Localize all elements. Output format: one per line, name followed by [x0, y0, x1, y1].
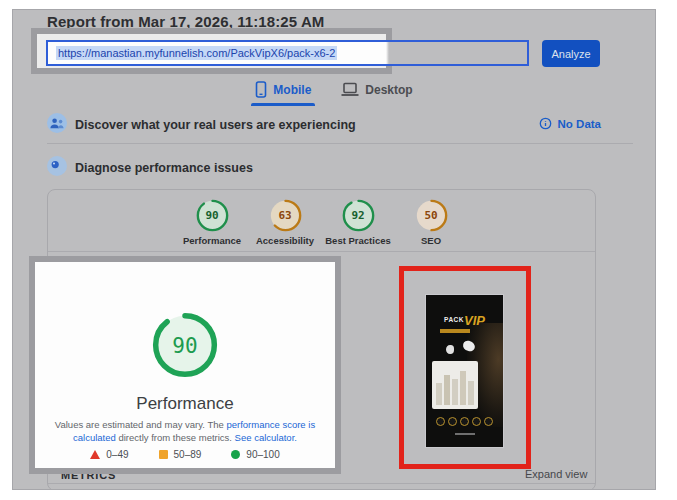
- device-tabs: Mobile Desktop: [13, 81, 655, 106]
- performance-big-score: 90: [152, 334, 218, 358]
- desktop-laptop-icon: [341, 82, 359, 97]
- annotation-highlight-performance-panel: 90 Performance Values are estimated and …: [29, 256, 341, 474]
- performance-score-label: Performance: [176, 235, 249, 246]
- info-icon: [539, 117, 552, 130]
- no-data-status[interactable]: No Data: [539, 117, 601, 130]
- card-bottom-divider: [48, 483, 595, 484]
- orange-square-icon: [159, 450, 168, 459]
- section-divider: [47, 143, 633, 144]
- score-seo[interactable]: 50 SEO: [395, 199, 468, 251]
- active-tab-indicator: [251, 103, 315, 106]
- legend-item-good: 90–100: [231, 449, 279, 460]
- pagespeed-page: Report from Mar 17, 2026, 11:18:25 AM ht…: [12, 9, 656, 490]
- score-range-legend: 0–49 50–89 90–100: [35, 449, 335, 460]
- disclaimer-text: directly from these metrics.: [116, 432, 235, 443]
- performance-big-gauge: 90: [152, 312, 218, 378]
- disclaimer-text: Values are estimated and may vary. The: [55, 419, 227, 430]
- tab-mobile-label: Mobile: [273, 83, 311, 97]
- seo-score-label: SEO: [395, 235, 468, 246]
- tab-desktop[interactable]: Desktop: [341, 81, 412, 106]
- analyze-button[interactable]: Analyze: [542, 40, 600, 67]
- tab-desktop-label: Desktop: [365, 83, 412, 97]
- legend-item-average: 50–89: [159, 449, 202, 460]
- no-data-label: No Data: [558, 118, 601, 130]
- annotation-box-screenshot-red: [399, 266, 531, 469]
- url-input-value: https://manastian.myfunnelish.com/PackVi…: [56, 46, 337, 60]
- legend-range-label: 0–49: [106, 449, 128, 460]
- legend-item-fail: 0–49: [90, 449, 128, 460]
- red-triangle-icon: [90, 450, 100, 459]
- legend-range-label: 90–100: [246, 449, 279, 460]
- performance-disclaimer: Values are estimated and may vary. The p…: [45, 418, 325, 444]
- best-practices-score-label: Best Practices: [322, 235, 395, 246]
- accessibility-score-label: Accessibility: [249, 235, 322, 246]
- performance-panel-title: Performance: [35, 394, 335, 414]
- score-best-practices[interactable]: 92 Best Practices: [322, 199, 395, 251]
- field-data-section-label[interactable]: Discover what your real users are experi…: [75, 118, 356, 132]
- mobile-phone-icon: [255, 81, 267, 98]
- green-circle-icon: [231, 450, 240, 459]
- url-input[interactable]: https://manastian.myfunnelish.com/PackVi…: [46, 40, 529, 66]
- legend-range-label: 50–89: [174, 449, 202, 460]
- category-scores-row: 90 Performance 63 Accessibility: [48, 190, 595, 252]
- performance-panel: 90 Performance Values are estimated and …: [35, 262, 335, 468]
- diagnose-icon: [47, 156, 67, 176]
- best-practices-score-value: 92: [322, 209, 395, 222]
- screenshot-frame: Report from Mar 17, 2026, 11:18:25 AM ht…: [0, 0, 677, 500]
- seo-score-value: 50: [395, 209, 468, 222]
- score-performance[interactable]: 90 Performance: [176, 199, 249, 251]
- accessibility-score-value: 63: [249, 209, 322, 222]
- performance-score-value: 90: [176, 209, 249, 222]
- see-calculator-link[interactable]: See calculator.: [235, 432, 297, 443]
- real-users-icon: [47, 113, 67, 133]
- expand-view-link[interactable]: Expand view: [525, 468, 587, 480]
- lab-data-section-label: Diagnose performance issues: [75, 161, 253, 175]
- tab-mobile[interactable]: Mobile: [255, 81, 311, 106]
- score-accessibility[interactable]: 63 Accessibility: [249, 199, 322, 251]
